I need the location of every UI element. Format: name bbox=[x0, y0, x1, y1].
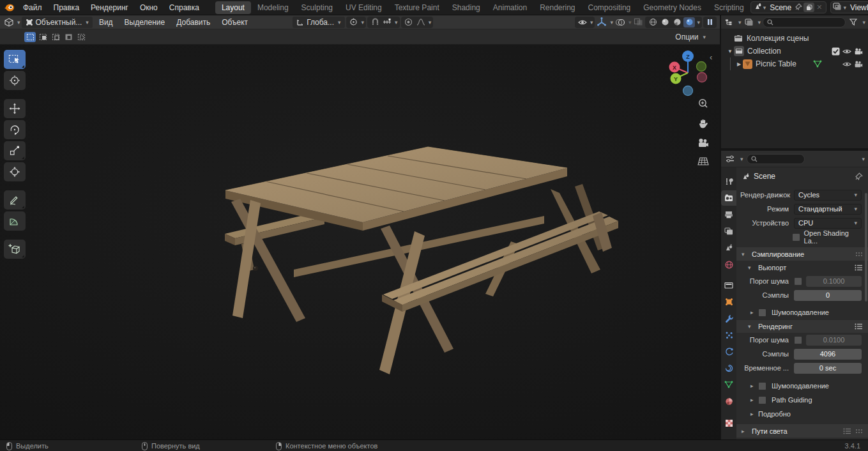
render-noise-threshold-checkbox[interactable] bbox=[794, 336, 802, 344]
path-guiding-checkbox[interactable] bbox=[758, 396, 766, 404]
gizmo-neg-x-axis[interactable] bbox=[697, 73, 707, 82]
osl-checkbox[interactable] bbox=[792, 233, 800, 241]
proportional-edit-icon[interactable] bbox=[403, 17, 415, 27]
menu-window[interactable]: Окно bbox=[134, 2, 164, 13]
time-limit-field[interactable]: 0 sec bbox=[794, 363, 862, 374]
disclosure-triangle-icon[interactable]: ▶ bbox=[735, 61, 743, 67]
tab-layout[interactable]: Layout bbox=[215, 1, 251, 14]
scene-selector[interactable]: ▾ Scene ✕ bbox=[750, 1, 827, 13]
pin-icon[interactable] bbox=[795, 3, 802, 12]
tab-uv-editing[interactable]: UV Editing bbox=[339, 1, 388, 14]
drag-dots-icon[interactable] bbox=[855, 429, 863, 434]
mode-dropdown[interactable]: Объектный... ▾ bbox=[22, 17, 93, 28]
render-noise-threshold-field[interactable]: 0.0100 bbox=[806, 335, 862, 346]
engine-dropdown[interactable]: Cycles ▾ bbox=[794, 190, 862, 201]
editor-type-3d-icon[interactable] bbox=[3, 17, 15, 27]
select-mode-invert[interactable] bbox=[63, 32, 74, 42]
editor-type-properties-icon[interactable] bbox=[724, 154, 736, 164]
feature-set-dropdown[interactable]: Стандартный ▾ bbox=[794, 204, 862, 215]
tab-view-layer[interactable] bbox=[721, 224, 736, 239]
gizmos-toggle-icon[interactable] bbox=[596, 17, 607, 27]
render-denoise-checkbox[interactable] bbox=[758, 382, 766, 390]
tool-select-box[interactable] bbox=[4, 50, 26, 69]
sidebar-collapse-arrow[interactable]: ‹ bbox=[710, 52, 712, 62]
editor-type-outliner-icon[interactable] bbox=[724, 17, 735, 27]
noise-threshold-checkbox[interactable] bbox=[794, 277, 802, 286]
tab-animation[interactable]: Animation bbox=[487, 1, 533, 14]
pan-hand-icon[interactable] bbox=[697, 118, 709, 132]
visibility-dropdown[interactable]: ▾ bbox=[575, 17, 595, 28]
tab-object[interactable] bbox=[721, 294, 736, 309]
viewport-noise-threshold-field[interactable]: 0.1000 bbox=[806, 276, 862, 287]
path-guiding-row[interactable]: ▸ Path Guiding bbox=[736, 393, 868, 407]
select-mode-subtract[interactable] bbox=[50, 32, 61, 42]
viewport-3d[interactable]: Z X Y ‹ bbox=[0, 45, 720, 440]
pause-preview-button[interactable] bbox=[703, 17, 717, 28]
presets-icon[interactable] bbox=[855, 264, 863, 271]
outliner-row-collection[interactable]: ▼ Collection bbox=[721, 45, 868, 57]
shading-wireframe-icon[interactable] bbox=[647, 17, 659, 27]
picnic-table-render[interactable] bbox=[0, 45, 720, 440]
pin-icon[interactable] bbox=[855, 172, 863, 180]
outliner-search-input[interactable] bbox=[763, 17, 846, 27]
tool-measure[interactable] bbox=[4, 211, 26, 231]
tool-annotate[interactable] bbox=[4, 190, 26, 210]
navigation-gizmo[interactable]: Z X Y bbox=[662, 50, 715, 103]
device-dropdown[interactable]: CPU ▾ bbox=[794, 218, 862, 229]
shading-solid-icon[interactable] bbox=[659, 17, 671, 27]
tab-compositing[interactable]: Compositing bbox=[582, 1, 637, 14]
properties-search-input[interactable] bbox=[747, 154, 805, 164]
tab-particles[interactable] bbox=[721, 327, 736, 342]
viewport-panel-header[interactable]: ▾ Вьюпорт bbox=[736, 261, 868, 274]
menu-help[interactable]: Справка bbox=[164, 2, 205, 13]
sampling-panel-header[interactable]: ▾ Сэмплирование bbox=[736, 247, 868, 261]
tool-options-dropdown[interactable]: Опции ▾ bbox=[675, 33, 706, 42]
shading-material-icon[interactable] bbox=[671, 17, 683, 27]
tab-physics[interactable] bbox=[721, 344, 736, 359]
tab-object-data[interactable] bbox=[721, 377, 736, 392]
properties-scrollbar[interactable] bbox=[865, 193, 867, 302]
select-mode-new[interactable] bbox=[24, 32, 36, 42]
falloff-curve-icon[interactable] bbox=[415, 17, 427, 27]
outliner-display-mode-icon[interactable] bbox=[743, 17, 755, 27]
tab-rendering[interactable]: Rendering bbox=[533, 1, 581, 14]
viewport-denoise-checkbox[interactable] bbox=[758, 309, 766, 317]
tool-rotate[interactable] bbox=[4, 120, 26, 139]
snap-magnet-icon[interactable] bbox=[369, 17, 381, 27]
disable-render-camera-icon[interactable] bbox=[853, 48, 864, 55]
light-paths-panel-header[interactable]: ▸ Пути света bbox=[736, 424, 868, 438]
menu-edit[interactable]: Правка bbox=[48, 2, 86, 13]
xray-toggle-icon[interactable] bbox=[632, 17, 644, 27]
gizmo-neg-y-axis[interactable] bbox=[697, 62, 706, 72]
disable-render-camera-icon[interactable] bbox=[853, 61, 864, 68]
render-denoise-row[interactable]: ▸ Шумоподавление bbox=[736, 379, 868, 393]
tool-move[interactable] bbox=[4, 99, 26, 118]
drag-dots-icon[interactable] bbox=[855, 252, 863, 257]
tab-tool[interactable] bbox=[721, 174, 736, 189]
camera-view-icon[interactable] bbox=[697, 138, 709, 150]
filter-funnel-icon[interactable] bbox=[848, 17, 859, 27]
hide-eye-icon[interactable] bbox=[841, 48, 853, 55]
tab-constraints[interactable] bbox=[721, 360, 736, 376]
snap-target-icon[interactable] bbox=[381, 17, 393, 27]
menu-select[interactable]: Выделение bbox=[119, 17, 171, 28]
presets-icon[interactable] bbox=[855, 323, 863, 330]
tab-texture-paint[interactable]: Texture Paint bbox=[388, 1, 446, 14]
tab-texture[interactable] bbox=[721, 415, 736, 431]
tab-render[interactable] bbox=[721, 190, 736, 206]
outliner-row-picnic-table[interactable]: ▶ Picnic Table bbox=[721, 57, 868, 70]
blender-logo-icon[interactable] bbox=[4, 3, 15, 13]
render-panel-header[interactable]: ▾ Рендеринг bbox=[736, 319, 868, 333]
outliner-row-scene-collection[interactable]: Коллекция сцены bbox=[721, 32, 868, 45]
tool-scale[interactable] bbox=[4, 141, 26, 160]
menu-file[interactable]: Файл bbox=[17, 2, 48, 13]
tool-add-cube[interactable] bbox=[4, 240, 26, 259]
tab-scripting[interactable]: Scripting bbox=[708, 1, 750, 14]
render-samples-field[interactable]: 4096 bbox=[794, 349, 862, 360]
perspective-grid-icon[interactable] bbox=[697, 157, 709, 168]
viewport-samples-field[interactable]: 0 bbox=[794, 290, 862, 301]
tool-transform[interactable] bbox=[4, 162, 26, 181]
menu-view[interactable]: Вид bbox=[94, 17, 118, 28]
gizmo-neg-z-axis[interactable] bbox=[683, 86, 693, 96]
select-mode-intersect[interactable] bbox=[75, 32, 87, 42]
